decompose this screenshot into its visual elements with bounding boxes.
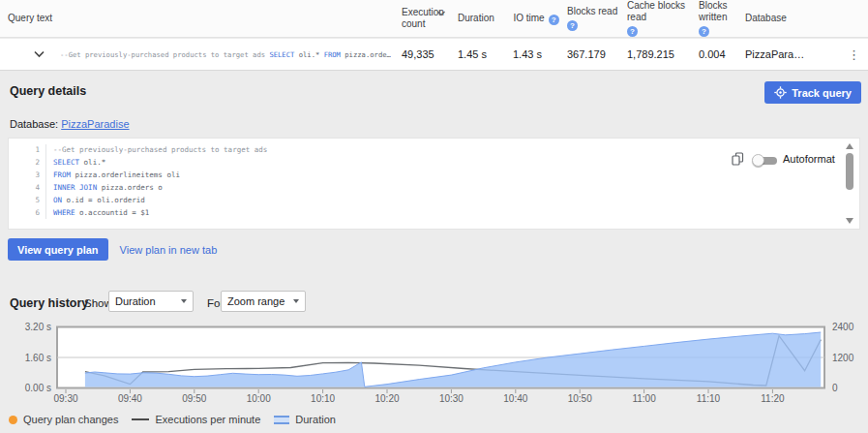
- svg-text:10:50: 10:50: [568, 393, 592, 404]
- database-label: Database:: [10, 118, 58, 130]
- svg-text:3.20 s: 3.20 s: [25, 322, 51, 332]
- autoformat-toggle[interactable]: [752, 156, 777, 166]
- svg-text:09:30: 09:30: [53, 393, 77, 404]
- svg-text:09:40: 09:40: [118, 393, 142, 404]
- query-history-chart[interactable]: 09:3009:4009:5010:0010:1010:2010:3010:40…: [0, 319, 868, 408]
- show-metric-select[interactable]: Duration: [108, 291, 194, 312]
- svg-text:09:50: 09:50: [182, 393, 206, 404]
- copy-icon[interactable]: [732, 152, 744, 170]
- database-cell: PizzaPara…: [737, 48, 821, 60]
- view-query-plan-button[interactable]: View query plan: [8, 238, 108, 261]
- duration-area-icon: [274, 416, 289, 424]
- column-header-actions: [821, 0, 868, 37]
- column-header-cache-blocks-read[interactable]: Cache blocks read ?: [619, 0, 691, 37]
- autoformat-label: Autoformat: [783, 153, 835, 165]
- svg-text:11:00: 11:00: [632, 393, 656, 404]
- io-time-cell: 1.43 s: [505, 48, 559, 60]
- legend-query-plan-changes: Query plan changes: [9, 414, 118, 425]
- duration-cell: 1.45 s: [450, 48, 505, 60]
- legend-duration: Duration: [274, 414, 336, 425]
- expand-chevron-icon[interactable]: [33, 50, 45, 58]
- svg-text:1.60 s: 1.60 s: [25, 353, 51, 363]
- query-table-header: Query text Execution count Duration IO t…: [0, 0, 868, 38]
- gutter-divider: [45, 144, 53, 219]
- database-link[interactable]: PizzaParadise: [61, 118, 129, 130]
- help-icon[interactable]: ?: [699, 26, 709, 37]
- execution-count-cell: 49,335: [394, 48, 450, 60]
- blocks-written-cell: 0.004: [691, 48, 737, 60]
- sql-code: --Get previously-purchased products to t…: [53, 144, 267, 219]
- caret-down-icon: [181, 299, 187, 303]
- svg-text:0.00 s: 0.00 s: [25, 383, 51, 393]
- executions-line-icon: [132, 418, 149, 420]
- help-icon[interactable]: ?: [627, 26, 638, 37]
- track-target-icon: [774, 86, 787, 99]
- toggle-knob: [752, 154, 764, 167]
- code-scrollbar[interactable]: [844, 141, 855, 226]
- legend-executions-per-minute: Executions per minute: [132, 414, 260, 425]
- svg-text:10:20: 10:20: [374, 393, 399, 404]
- chart-svg[interactable]: 09:3009:4009:5010:0010:1010:2010:3010:40…: [0, 319, 868, 408]
- time-range-select[interactable]: Zoom range: [221, 291, 306, 312]
- column-header-duration[interactable]: Duration: [450, 0, 505, 37]
- column-header-io-time[interactable]: IO time ?: [505, 0, 559, 37]
- scrollbar-thumb[interactable]: [846, 153, 853, 190]
- svg-text:1200: 1200: [832, 353, 854, 363]
- svg-text:0: 0: [832, 383, 838, 393]
- svg-text:10:40: 10:40: [503, 393, 527, 404]
- svg-text:10:00: 10:00: [247, 393, 271, 404]
- column-header-blocks-read[interactable]: Blocks read ?: [559, 0, 619, 37]
- help-icon[interactable]: ?: [549, 15, 559, 25]
- query-table-row[interactable]: --Get previously-purchased products to t…: [0, 39, 868, 71]
- sql-code-panel: 123456 --Get previously-purchased produc…: [8, 138, 860, 230]
- sort-desc-icon[interactable]: [436, 8, 446, 19]
- track-query-button[interactable]: Track query: [764, 81, 861, 104]
- svg-text:10:30: 10:30: [439, 393, 464, 404]
- scroll-up-icon[interactable]: [846, 143, 853, 149]
- query-history-title: Query history: [10, 296, 88, 310]
- blocks-read-cell: 367.179: [559, 48, 619, 60]
- svg-text:11:10: 11:10: [697, 393, 721, 404]
- column-header-query-text: Query text: [0, 0, 394, 37]
- help-icon[interactable]: ?: [567, 20, 578, 31]
- view-plan-new-tab-link[interactable]: View plan in new tab: [120, 244, 218, 256]
- database-line: Database: PizzaParadise: [10, 118, 130, 130]
- plan-change-dot-icon: [9, 416, 17, 424]
- scroll-down-icon[interactable]: [846, 218, 853, 224]
- cache-blocks-read-cell: 1,789.215: [619, 48, 691, 60]
- caret-down-icon: [293, 299, 299, 303]
- column-header-blocks-written[interactable]: Blocks written ?: [691, 0, 737, 37]
- row-menu-icon[interactable]: ⋮: [848, 47, 860, 62]
- svg-text:2400: 2400: [832, 322, 854, 332]
- query-text-cell[interactable]: --Get previously-purchased products to t…: [60, 50, 391, 59]
- code-line-numbers: 123456: [9, 144, 40, 219]
- column-header-database[interactable]: Database: [737, 0, 821, 37]
- svg-text:11:20: 11:20: [761, 393, 785, 404]
- column-header-execution-count[interactable]: Execution count: [394, 0, 450, 37]
- chart-legend: Query plan changes Executions per minute…: [9, 414, 336, 425]
- query-details-title: Query details: [10, 84, 86, 98]
- svg-text:10:10: 10:10: [311, 393, 335, 404]
